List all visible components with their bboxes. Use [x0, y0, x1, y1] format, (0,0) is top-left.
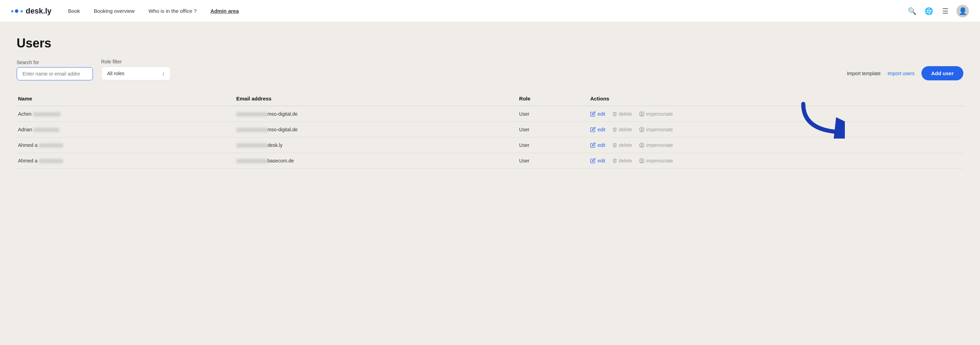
import-template-button[interactable]: Import template [847, 71, 881, 76]
edit-button[interactable]: edit [590, 158, 605, 164]
nav-item-book[interactable]: Book [68, 8, 80, 14]
logo[interactable]: desk.ly [11, 6, 52, 16]
edit-button[interactable]: edit [590, 111, 605, 117]
svg-point-1 [641, 113, 643, 114]
trash-icon [612, 111, 617, 116]
cell-name: Achim [17, 106, 236, 122]
impersonate-button[interactable]: impersonate [639, 142, 673, 148]
table-row: Adrian mso-digital.deUser edit delete [17, 122, 963, 138]
chevron-down-icon: ↓ [162, 70, 165, 76]
edit-label: edit [597, 158, 605, 164]
user-circle-icon [639, 127, 644, 132]
user-firstname: Achim [18, 111, 33, 117]
cell-name: Adrian [17, 122, 236, 138]
menu-icon[interactable]: ☰ [940, 6, 951, 17]
cell-actions: edit delete impersonate [590, 122, 963, 138]
delete-button[interactable]: delete [612, 111, 632, 117]
nav-item-admin-area[interactable]: Admin area [210, 8, 239, 14]
delete-label: delete [619, 142, 632, 148]
email-domain: mso-digital.de [267, 111, 298, 117]
actions-cell: edit delete impersonate [590, 127, 958, 132]
col-name: Name [17, 91, 236, 106]
edit-button[interactable]: edit [590, 142, 605, 148]
table-row: Ahmed a basecom.deUser edit delete [17, 153, 963, 169]
edit-label: edit [597, 111, 605, 117]
user-firstname: Ahmed a [18, 158, 39, 164]
action-buttons: Import template Import users Add user [847, 66, 963, 80]
impersonate-label: impersonate [646, 127, 673, 132]
edit-label: edit [597, 142, 605, 148]
user-circle-icon [639, 158, 644, 164]
col-email: Email address [236, 91, 519, 106]
cell-email: desk.ly [236, 138, 519, 153]
search-label: Search for [17, 60, 93, 65]
impersonate-button[interactable]: impersonate [639, 111, 673, 117]
nav-item-booking-overview[interactable]: Booking overview [94, 8, 135, 14]
delete-button[interactable]: delete [612, 142, 632, 148]
filters-row: Search for Role filter All roles ↓ Impor… [17, 59, 963, 80]
edit-label: edit [597, 127, 605, 132]
page-title: Users [17, 36, 963, 51]
col-role: Role [519, 91, 590, 106]
cell-role: User [519, 122, 590, 138]
cell-email: mso-digital.de [236, 122, 519, 138]
user-firstname: Ahmed a [18, 142, 39, 148]
email-domain: basecom.de [267, 158, 294, 164]
cell-email: mso-digital.de [236, 106, 519, 122]
cell-actions: edit delete impersonate [590, 153, 963, 169]
cell-name: Ahmed a [17, 138, 236, 153]
email-blur [236, 159, 267, 163]
impersonate-label: impersonate [646, 158, 673, 164]
svg-point-3 [641, 129, 643, 130]
trash-icon [612, 127, 617, 132]
name-blur [39, 159, 63, 163]
role-filter-group: Role filter All roles ↓ [101, 59, 170, 80]
actions-cell: edit delete impersonate [590, 158, 958, 164]
actions-cell: edit delete impersonate [590, 111, 958, 117]
cell-actions: edit delete impersonate [590, 138, 963, 153]
nav-item-who-is-in-office[interactable]: Who is in the office ? [148, 8, 196, 14]
import-users-button[interactable]: Import users [888, 71, 915, 76]
impersonate-button[interactable]: impersonate [639, 158, 673, 164]
search-input[interactable] [17, 67, 93, 80]
delete-button[interactable]: delete [612, 158, 632, 164]
email-domain: desk.ly [267, 142, 283, 148]
cell-email: basecom.de [236, 153, 519, 169]
email-blur [236, 112, 267, 116]
delete-button[interactable]: delete [612, 127, 632, 132]
globe-icon[interactable]: 🌐 [923, 6, 934, 17]
cell-actions: edit delete impersonate [590, 106, 963, 122]
avatar[interactable]: 👤 [956, 5, 969, 17]
main-nav: Book Booking overview Who is in the offi… [68, 8, 907, 14]
edit-button[interactable]: edit [590, 127, 605, 132]
impersonate-label: impersonate [646, 142, 673, 148]
edit-icon [590, 158, 596, 164]
search-icon[interactable]: 🔍 [907, 6, 918, 17]
email-blur [236, 128, 267, 132]
name-blur [33, 128, 59, 132]
table-row: Ahmed a desk.lyUser edit delete [17, 138, 963, 153]
email-domain: mso-digital.de [267, 127, 298, 132]
edit-icon [590, 111, 596, 117]
cell-name: Ahmed a [17, 153, 236, 169]
user-circle-icon [639, 111, 644, 117]
logo-icon [11, 10, 23, 13]
main-content: Users Search for Role filter All roles ↓… [0, 22, 980, 183]
svg-point-7 [641, 160, 643, 161]
search-group: Search for [17, 60, 93, 80]
table-row: Achim mso-digital.deUser edit delete [17, 106, 963, 122]
col-actions: Actions [590, 91, 963, 106]
actions-cell: edit delete impersonate [590, 142, 958, 148]
delete-label: delete [619, 111, 632, 117]
role-select[interactable]: All roles ↓ [101, 67, 170, 80]
cell-role: User [519, 106, 590, 122]
add-user-button[interactable]: Add user [921, 66, 963, 80]
header: desk.ly Book Booking overview Who is in … [0, 0, 980, 22]
impersonate-button[interactable]: impersonate [639, 127, 673, 132]
impersonate-label: impersonate [646, 111, 673, 117]
cell-role: User [519, 138, 590, 153]
users-table: Name Email address Role Actions Achim ms… [17, 91, 963, 169]
name-blur [33, 112, 60, 116]
delete-label: delete [619, 158, 632, 164]
trash-icon [612, 143, 617, 148]
